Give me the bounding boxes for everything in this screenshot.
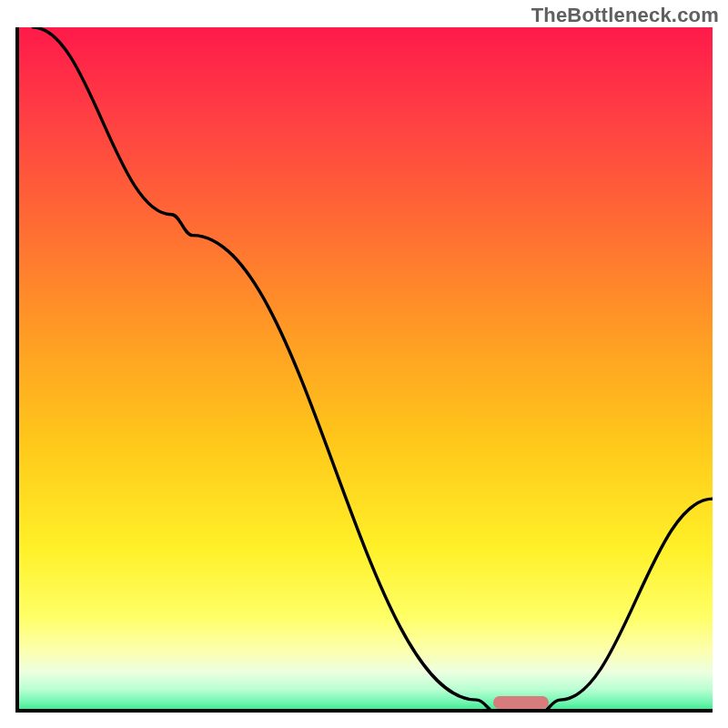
watermark-text: TheBottleneck.com	[531, 4, 719, 27]
optimum-marker	[493, 696, 549, 709]
bottleneck-curve	[19, 27, 713, 713]
chart-frame: TheBottleneck.com	[0, 0, 728, 728]
plot-area	[15, 27, 713, 713]
